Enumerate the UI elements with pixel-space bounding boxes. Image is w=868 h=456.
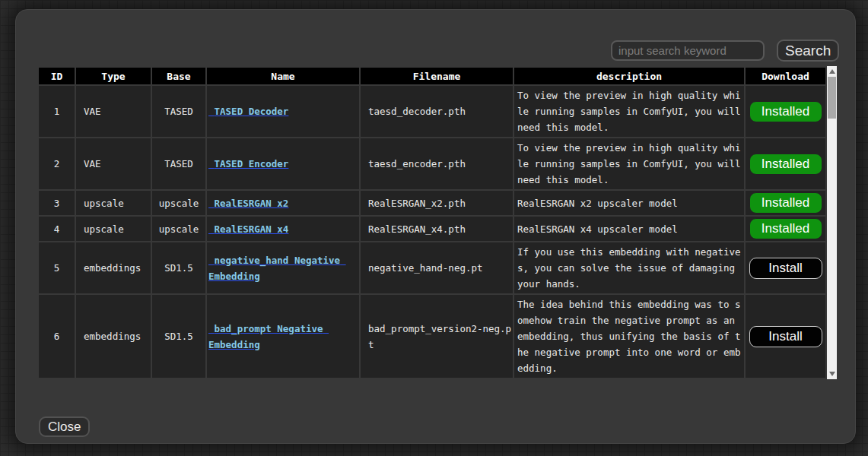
cell-description: To view the preview in high quality whil… <box>513 138 745 190</box>
table-row: 6 embeddings SD1.5 bad_prompt Negative E… <box>38 294 826 378</box>
cell-base: upscale <box>151 190 206 216</box>
download-button[interactable]: Install <box>749 258 822 279</box>
model-name-link[interactable]: bad_prompt Negative Embedding <box>208 323 329 350</box>
download-button[interactable]: Installed <box>749 154 822 175</box>
cell-description: RealESRGAN x2 upscaler model <box>513 190 745 216</box>
search-input[interactable] <box>611 40 765 61</box>
cell-type: VAE <box>75 138 151 190</box>
cell-name: RealESRGAN x2 <box>206 190 360 216</box>
cell-name: TASED Encoder <box>206 138 360 190</box>
cell-filename: RealESRGAN_x4.pth <box>360 216 513 242</box>
cell-download: Install <box>745 294 826 378</box>
cell-type: upscale <box>75 216 151 242</box>
cell-base: TASED <box>151 85 206 138</box>
close-button[interactable]: Close <box>39 416 90 437</box>
cell-id: 3 <box>38 190 75 216</box>
cell-download: Installed <box>745 190 826 216</box>
model-manager-dialog: Search ID Type Base Name Filename descri… <box>15 9 856 444</box>
cell-download: Installed <box>745 216 826 242</box>
cell-description: The idea behind this embedding was to so… <box>513 294 745 378</box>
model-table-zone: ID Type Base Name Filename description D… <box>37 66 835 379</box>
cell-filename: negative_hand-neg.pt <box>360 242 513 294</box>
download-button[interactable]: Installed <box>749 218 822 239</box>
cell-description: RealESRGAN x4 upscaler model <box>513 216 745 242</box>
cell-base: TASED <box>151 138 206 190</box>
table-scrollbar[interactable] <box>827 66 837 379</box>
cell-id: 4 <box>38 216 75 242</box>
cell-id: 6 <box>38 294 75 378</box>
cell-name: bad_prompt Negative Embedding <box>206 294 360 378</box>
header-filename: Filename <box>360 67 513 85</box>
table-row: 5 embeddings SD1.5 negative_hand Negativ… <box>38 242 826 294</box>
cell-description: To view the preview in high quality whil… <box>513 85 745 138</box>
cell-base: SD1.5 <box>151 242 206 294</box>
download-button[interactable]: Installed <box>749 101 822 122</box>
model-name-link[interactable]: RealESRGAN x2 <box>208 198 288 209</box>
cell-name: TASED Decoder <box>206 85 360 138</box>
cell-id: 2 <box>38 138 75 190</box>
table-header-row: ID Type Base Name Filename description D… <box>38 67 826 85</box>
scrollbar-thumb[interactable] <box>828 77 836 119</box>
header-description: description <box>513 67 745 85</box>
cell-base: upscale <box>151 216 206 242</box>
model-name-link[interactable]: RealESRGAN x4 <box>208 223 288 235</box>
cell-download: Installed <box>745 85 826 138</box>
cell-filename: taesd_encoder.pth <box>360 138 513 190</box>
cell-type: VAE <box>75 85 151 138</box>
scroll-down-icon[interactable] <box>827 369 837 379</box>
cell-filename: taesd_decoder.pth <box>360 85 513 138</box>
table-row: 2 VAE TASED TASED Encoder taesd_encoder.… <box>38 138 826 190</box>
model-name-link[interactable]: negative_hand Negative Embedding <box>208 255 346 282</box>
model-name-link[interactable]: TASED Decoder <box>208 106 288 117</box>
cell-filename: bad_prompt_version2-neg.pt <box>360 294 513 378</box>
header-type: Type <box>75 67 151 85</box>
cell-download: Install <box>745 242 826 294</box>
download-button[interactable]: Install <box>749 326 822 347</box>
header-id: ID <box>38 67 75 85</box>
table-row: 4 upscale upscale RealESRGAN x4 RealESRG… <box>38 216 826 242</box>
scroll-up-icon[interactable] <box>827 66 837 77</box>
header-name: Name <box>206 67 360 85</box>
cell-type: embeddings <box>75 294 151 378</box>
cell-name: RealESRGAN x4 <box>206 216 360 242</box>
model-table: ID Type Base Name Filename description D… <box>37 66 827 379</box>
header-download: Download <box>745 67 826 85</box>
cell-id: 1 <box>38 85 75 138</box>
table-row: 3 upscale upscale RealESRGAN x2 RealESRG… <box>38 190 826 216</box>
model-name-link[interactable]: TASED Encoder <box>208 158 288 169</box>
cell-type: embeddings <box>75 242 151 294</box>
cell-id: 5 <box>38 242 75 294</box>
header-base: Base <box>151 67 206 85</box>
cell-description: If you use this embedding with negatives… <box>513 242 745 294</box>
download-button[interactable]: Installed <box>749 192 822 214</box>
cell-download: Installed <box>745 138 826 190</box>
cell-type: upscale <box>75 190 151 216</box>
cell-name: negative_hand Negative Embedding <box>206 242 360 294</box>
cell-filename: RealESRGAN_x2.pth <box>360 190 513 216</box>
cell-base: SD1.5 <box>151 294 206 378</box>
table-row: 1 VAE TASED TASED Decoder taesd_decoder.… <box>38 85 826 138</box>
search-button[interactable]: Search <box>777 40 839 62</box>
